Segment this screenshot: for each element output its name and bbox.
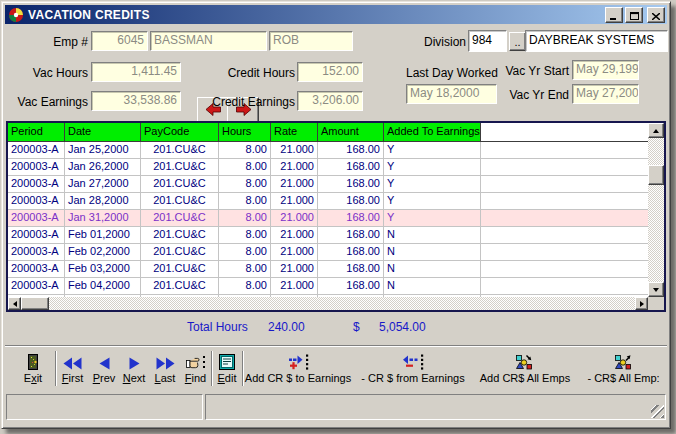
next-button[interactable]: Next: [119, 350, 149, 390]
grid-row[interactable]: 200003-AJan 28,2000201.CU&C8.0021.000168…: [8, 193, 648, 210]
grid-header-cell: Amount: [318, 123, 384, 142]
close-button[interactable]: [647, 7, 665, 23]
last-icon: [150, 350, 180, 370]
add-cr-to-earnings-button[interactable]: Add CR $ to Earnings: [244, 350, 352, 390]
grid-row[interactable]: 200003-AFeb 01,2000201.CU&C8.0021.000168…: [8, 227, 648, 244]
scroll-up-button[interactable]: [648, 123, 664, 138]
resize-grip-icon[interactable]: [651, 405, 664, 418]
credits-grid: PeriodDatePayCodeHoursRateAmountAdded To…: [6, 121, 666, 312]
statusbar-panel-left: [6, 394, 203, 420]
edit-button[interactable]: Edit: [214, 350, 240, 390]
grid-row[interactable]: 200003-AFeb 03,2000201.CU&C8.0021.000168…: [8, 261, 648, 278]
grid-cell-filler: [481, 210, 648, 227]
vac-yr-start-field: May 29,1999: [572, 60, 639, 80]
scroll-down-button[interactable]: [648, 282, 664, 297]
subtract-cr-from-earnings-button[interactable]: - CR $ from Earnings: [357, 350, 469, 390]
subtract-cr-all-emps-button[interactable]: - CR$ All Emp:: [577, 350, 670, 390]
grid-cell: Jan 26,2000: [65, 159, 141, 176]
toolbar-button-label: Add CR $ to Earnings: [244, 372, 352, 384]
window-title: VACATION CREDITS: [28, 8, 150, 22]
last-button[interactable]: Last: [150, 350, 180, 390]
grid-row[interactable]: 200003-AFeb 02,2000201.CU&C8.0021.000168…: [8, 244, 648, 261]
division-browse-button[interactable]: ..: [509, 32, 526, 51]
division-name-field[interactable]: DAYBREAK SYSTEMS: [525, 30, 668, 52]
vertical-scrollbar-track[interactable]: [648, 123, 664, 297]
grid-cell-filler: [481, 261, 648, 278]
toolbar-button-label: Find: [181, 372, 210, 384]
grid-cell: 21.000: [271, 176, 318, 193]
horizontal-scrollbar-thumb[interactable]: [21, 297, 49, 310]
credit-earnings-field: 3,206.00: [297, 91, 363, 111]
last-day-worked-label: Last Day Worked: [406, 66, 498, 80]
grid-row[interactable]: 200003-AFeb 04,2000201.CU&C8.0021.000168…: [8, 278, 648, 295]
app-icon[interactable]: [8, 7, 24, 23]
grid-cell: 168.00: [318, 210, 384, 227]
grid-cell-filler: [481, 142, 648, 159]
first-name-field: ROB: [269, 31, 353, 51]
grid-cell: 168.00: [318, 159, 384, 176]
vac-yr-start-label: Vac Yr Start: [496, 64, 569, 78]
add-cr-all-emps-button[interactable]: Add CR$ All Emps: [475, 350, 575, 390]
prev-icon: [89, 350, 119, 370]
vac-earnings-label: Vac Earnings: [12, 95, 88, 109]
grid-cell: 21.000: [271, 227, 318, 244]
subtract-credit-icon: [357, 350, 469, 370]
grid-cell-filler: [481, 193, 648, 210]
scroll-left-button[interactable]: [8, 297, 21, 310]
grid-header-cell: Rate: [271, 123, 318, 142]
toolbar-button-label: Add CR$ All Emps: [475, 372, 575, 384]
grid-cell: Feb 04,2000: [65, 278, 141, 295]
vacation-credits-window: VACATION CREDITS Emp # 6045 BASSMAN ROB …: [1, 1, 671, 429]
grid-cell: N: [384, 227, 481, 244]
add-credit-icon: [244, 350, 352, 370]
division-code-field[interactable]: 984: [468, 30, 507, 52]
prev-button[interactable]: Prev: [89, 350, 119, 390]
grid-cell: 201.CU&C: [141, 142, 219, 159]
scroll-right-icon: [640, 301, 644, 307]
grid-cell: 8.00: [219, 142, 271, 159]
vac-hours-label: Vac Hours: [20, 66, 88, 80]
grid-cell: 8.00: [219, 261, 271, 278]
grid-cell: 201.CU&C: [141, 278, 219, 295]
first-button[interactable]: First: [58, 350, 87, 390]
grid-cell: 200003-A: [8, 159, 65, 176]
grid-row[interactable]: 200003-AJan 27,2000201.CU&C8.0021.000168…: [8, 176, 648, 193]
grid-row[interactable]: 200003-AJan 25,2000201.CU&C8.0021.000168…: [8, 142, 648, 159]
emp-number-field: 6045: [91, 31, 148, 51]
grid-cell: Feb 01,2000: [65, 227, 141, 244]
maximize-button[interactable]: [625, 7, 643, 23]
exit-button[interactable]: Exit: [11, 350, 55, 390]
vertical-scrollbar[interactable]: [648, 123, 664, 297]
grid-cell: Jan 25,2000: [65, 142, 141, 159]
toolbar-button-label: Prev: [89, 372, 119, 384]
emp-number-label: Emp #: [30, 35, 88, 49]
horizontal-scrollbar[interactable]: [8, 297, 648, 310]
vac-earnings-field: 33,538.86: [91, 91, 181, 111]
scroll-right-button[interactable]: [635, 297, 648, 310]
grid-cell: 200003-A: [8, 193, 65, 210]
vertical-scrollbar-thumb[interactable]: [648, 165, 664, 185]
subtract-credit-all-icon: [577, 350, 670, 370]
grid-cell: Jan 28,2000: [65, 193, 141, 210]
exit-door-icon: [11, 350, 55, 370]
grid-row[interactable]: 200003-AJan 31,2000201.CU&C8.0021.000168…: [8, 210, 648, 227]
horizontal-scrollbar-track[interactable]: [8, 297, 648, 310]
grid-cell: 201.CU&C: [141, 261, 219, 278]
grid-cell: 168.00: [318, 227, 384, 244]
find-button[interactable]: Find: [181, 350, 210, 390]
grid-cell: Y: [384, 159, 481, 176]
minimize-button[interactable]: [605, 7, 623, 23]
toolbar-button-label: - CR$ All Emp:: [577, 372, 670, 384]
first-icon: [58, 350, 87, 370]
grid-cell: Y: [384, 176, 481, 193]
grid-body: 200003-AJan 25,2000201.CU&C8.0021.000168…: [8, 142, 648, 297]
grid-cell: 200003-A: [8, 278, 65, 295]
grid-cell: 8.00: [219, 176, 271, 193]
next-icon: [119, 350, 149, 370]
grid-cell: 168.00: [318, 261, 384, 278]
grid-header-cell: Period: [8, 123, 65, 142]
grid-cell: 201.CU&C: [141, 210, 219, 227]
grid-row[interactable]: 200003-AJan 26,2000201.CU&C8.0021.000168…: [8, 159, 648, 176]
grid-cell: 200003-A: [8, 176, 65, 193]
grid-cell-filler: [481, 176, 648, 193]
